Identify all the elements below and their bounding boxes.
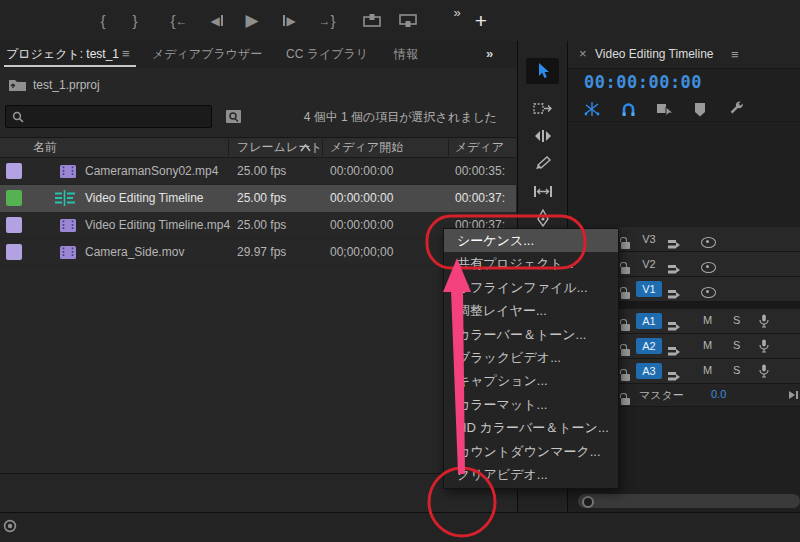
menu-item-color-matte[interactable]: カラーマット... (444, 393, 618, 416)
track-target-v3[interactable]: V3 (636, 231, 662, 247)
menu-item-adjustment-layer[interactable]: 調整レイヤー... (444, 299, 618, 322)
track-select-forward-tool-button[interactable] (526, 96, 559, 122)
project-root-folder-icon[interactable] (8, 77, 27, 92)
asset-media-start: 00:00:00:00 (330, 212, 393, 238)
menu-item-captions[interactable]: キャプション... (444, 369, 618, 392)
premiere-pro-window: { } {← ◀ ▶ ▶ →} » + プロジェクト: test_1 ≡ メディ… (0, 0, 800, 542)
breadcrumb-project-file[interactable]: test_1.prproj (33, 78, 100, 92)
track-lock-icon[interactable] (621, 260, 630, 278)
sync-lock-icon[interactable] (668, 235, 680, 253)
sync-lock-icon[interactable] (668, 367, 680, 385)
lift-button[interactable] (360, 0, 384, 41)
asset-name[interactable]: Camera_Side.mov (85, 239, 184, 265)
label-color-chip[interactable] (6, 163, 22, 179)
asset-name[interactable]: CameramanSony02.mp4 (85, 158, 218, 184)
snap-magnet-button[interactable] (617, 99, 639, 119)
timeline-tab-label[interactable]: Video Editing Timeline (595, 47, 714, 61)
toggle-track-output-eye-icon[interactable] (701, 234, 716, 252)
voiceover-record-mic-icon[interactable] (759, 364, 769, 382)
menu-item-shared-project[interactable]: 共有プロジェクト... (444, 252, 618, 275)
asset-name[interactable]: Video Editing Timeline (85, 185, 204, 211)
menu-item-hd-bars-and-tone[interactable]: HD カラーバー＆トーン... (444, 416, 618, 439)
search-input[interactable] (24, 109, 211, 125)
tabbar-overflow-icon[interactable]: » (486, 41, 493, 67)
asset-row[interactable]: Video Editing Timeline.mp4 25.00 fps 00:… (0, 212, 516, 239)
tab-project[interactable]: プロジェクト: test_1 (6, 41, 119, 67)
voiceover-record-mic-icon[interactable] (759, 339, 769, 357)
mark-in-button[interactable]: { (94, 0, 112, 41)
sync-lock-icon[interactable] (668, 317, 680, 335)
go-to-out-button[interactable]: →} (312, 0, 342, 41)
track-lock-icon[interactable] (621, 342, 630, 360)
label-color-chip[interactable] (6, 217, 22, 233)
track-target-a1[interactable]: A1 (636, 313, 662, 329)
asset-name[interactable]: Video Editing Timeline.mp4 (85, 212, 230, 238)
selection-tool-button[interactable] (526, 58, 559, 84)
step-back-button[interactable]: ◀ (204, 0, 230, 41)
menu-item-counting-leader[interactable]: カウントダウンマーク... (444, 440, 618, 463)
timeline-panel-menu-icon[interactable]: ≡ (731, 47, 739, 62)
asset-row-selected[interactable]: Video Editing Timeline 25.00 fps 00:00:0… (0, 185, 516, 212)
mute-button[interactable]: M (703, 364, 712, 376)
label-color-chip[interactable] (6, 244, 22, 260)
column-media-end[interactable]: メディア (455, 138, 504, 157)
solo-button[interactable]: S (733, 314, 740, 326)
tab-media-browser[interactable]: メディアブラウザー (152, 41, 262, 67)
playhead-timecode[interactable]: 00:00:00:00 (584, 72, 702, 92)
solo-button[interactable]: S (733, 339, 740, 351)
slip-tool-button[interactable] (526, 178, 559, 204)
nest-sequences-button[interactable] (581, 99, 603, 119)
track-target-a3[interactable]: A3 (636, 363, 662, 379)
menu-item-bars-and-tone[interactable]: カラーバー＆トーン... (444, 323, 618, 346)
mute-button[interactable]: M (703, 339, 712, 351)
search-bin-button[interactable] (222, 105, 244, 127)
track-lock-icon[interactable] (621, 285, 630, 303)
toggle-track-output-eye-icon[interactable] (701, 284, 716, 302)
voiceover-record-mic-icon[interactable] (759, 314, 769, 332)
track-target-v1[interactable]: V1 (636, 281, 662, 297)
toolbar-overflow-button[interactable]: » (448, 0, 466, 24)
menu-item-offline-file[interactable]: オフラインファイル... (444, 276, 618, 299)
sync-lock-icon[interactable] (668, 285, 680, 303)
timeline-settings-button[interactable] (726, 99, 748, 119)
sort-ascending-icon[interactable] (300, 144, 311, 152)
label-color-chip[interactable] (6, 190, 22, 206)
master-level-value[interactable]: 0.0 (711, 388, 726, 400)
button-editor-add-button[interactable]: + (468, 0, 494, 41)
asset-row[interactable]: Camera_Side.mov 29.97 fps 00;00;00;00 (0, 239, 516, 266)
close-tab-icon[interactable]: × (579, 46, 587, 61)
solo-button[interactable]: S (733, 364, 740, 376)
timeline-scrollbar-handle[interactable] (582, 496, 594, 508)
sync-lock-icon[interactable] (668, 342, 680, 360)
tab-cc-libraries[interactable]: CC ライブラリ (286, 41, 368, 67)
asset-row[interactable]: CameramanSony02.mp4 25.00 fps 00:00:00:0… (0, 158, 516, 185)
keyframe-nav-icon[interactable] (788, 390, 800, 400)
extract-button[interactable] (396, 0, 420, 41)
panel-menu-icon[interactable]: ≡ (122, 41, 130, 67)
search-box (5, 105, 212, 128)
column-name[interactable]: 名前 (33, 138, 57, 157)
track-target-a2[interactable]: A2 (636, 338, 662, 354)
mark-out-button[interactable]: } (126, 0, 144, 41)
track-lock-icon[interactable] (621, 367, 630, 385)
menu-item-transparent-video[interactable]: クリアビデオ... (444, 463, 618, 486)
linked-selection-button[interactable] (653, 99, 675, 119)
menu-item-black-video[interactable]: ブラックビデオ... (444, 346, 618, 369)
toggle-track-output-eye-icon[interactable] (701, 259, 716, 277)
timeline-horizontal-scrollbar[interactable] (578, 494, 800, 508)
track-lock-icon[interactable] (621, 317, 630, 335)
tab-info[interactable]: 情報 (394, 41, 418, 67)
add-marker-button[interactable] (689, 99, 711, 119)
track-lock-icon[interactable] (621, 235, 630, 253)
sync-lock-icon[interactable] (668, 260, 680, 278)
menu-item-sequence[interactable]: シーケンス... (444, 229, 618, 252)
step-forward-button[interactable]: ▶ (276, 0, 302, 41)
track-lock-icon[interactable] (621, 391, 630, 409)
play-button[interactable]: ▶ (240, 0, 264, 41)
ripple-edit-tool-button[interactable] (526, 123, 559, 149)
mute-button[interactable]: M (703, 314, 712, 326)
razor-tool-button[interactable] (526, 150, 559, 176)
track-target-v2[interactable]: V2 (636, 256, 662, 272)
go-to-in-button[interactable]: {← (164, 0, 194, 41)
column-media-start[interactable]: メディア開始 (330, 138, 403, 157)
